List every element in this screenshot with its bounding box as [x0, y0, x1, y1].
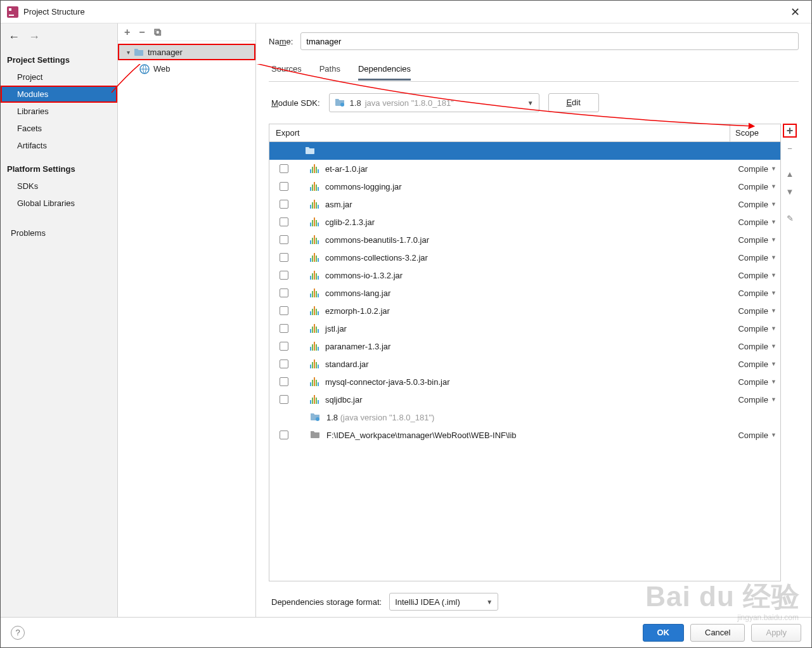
dependency-row[interactable]: ezmorph-1.0.2.jarCompile ▼ [269, 302, 780, 320]
scope-dropdown[interactable]: Compile ▼ [727, 324, 777, 334]
dependency-row[interactable]: et-ar-1.0.jarCompile ▼ [269, 160, 780, 178]
dependency-row[interactable]: 1.8 (java version "1.8.0_181") [269, 408, 780, 426]
nav-item-problems[interactable]: Problems [1, 224, 117, 242]
export-checkbox[interactable] [280, 360, 288, 368]
nav-item-global-libraries[interactable]: Global Libraries [1, 195, 117, 212]
nav-item-modules[interactable]: Modules [1, 86, 117, 103]
row-label: mysql-connector-java-5.0.3-bin.jar [325, 377, 721, 387]
folder-icon [310, 430, 320, 441]
move-down-icon[interactable]: ▼ [783, 185, 797, 198]
nav-item-artifacts[interactable]: Artifacts [1, 137, 117, 154]
tree-expand-icon[interactable]: ▾ [127, 49, 130, 56]
scope-dropdown[interactable]: Compile ▼ [727, 164, 777, 174]
dependency-row[interactable]: commons-collections-3.2.jarCompile ▼ [269, 249, 780, 266]
dependency-row[interactable]: jstl.jarCompile ▼ [269, 320, 780, 337]
scope-dropdown[interactable]: Compile ▼ [727, 306, 777, 316]
move-up-icon[interactable]: ▲ [783, 167, 797, 181]
scope-dropdown[interactable]: Compile ▼ [727, 431, 777, 440]
dependency-row[interactable]: commons-beanutils-1.7.0.jarCompile ▼ [269, 231, 780, 249]
close-icon[interactable]: ✕ [785, 3, 805, 22]
nav-item-sdks[interactable]: SDKs [1, 178, 117, 195]
tree-node-web[interactable]: Web [118, 60, 255, 77]
export-checkbox[interactable] [280, 235, 288, 244]
titlebar: Project Structure ✕ [1, 1, 811, 23]
export-checkbox[interactable] [280, 377, 288, 386]
column-header-scope[interactable]: Scope [730, 124, 780, 141]
module-name-input[interactable] [300, 32, 799, 50]
export-checkbox[interactable] [280, 324, 288, 333]
remove-module-icon[interactable]: − [139, 27, 145, 38]
window-title: Project Structure [23, 7, 85, 16]
cancel-button[interactable]: Cancel [690, 624, 745, 642]
row-label: asm.jar [325, 200, 721, 209]
scope-dropdown[interactable]: Compile ▼ [727, 288, 777, 298]
column-header-export[interactable]: Export [269, 124, 730, 141]
row-label: commons-beanutils-1.7.0.jar [325, 235, 721, 245]
tree-node-tmanager[interactable]: ▾ tmanager [118, 44, 255, 60]
scope-dropdown[interactable]: Compile ▼ [727, 271, 777, 280]
add-dependency-icon[interactable]: + [783, 124, 797, 138]
sdk-icon [310, 412, 320, 423]
nav-item-facets[interactable]: Facets [1, 120, 117, 137]
tab-dependencies[interactable]: Dependencies [358, 64, 411, 81]
export-checkbox[interactable] [280, 342, 288, 351]
add-module-icon[interactable]: + [124, 27, 130, 38]
nav-back-icon[interactable]: ← [8, 31, 20, 42]
export-checkbox[interactable] [280, 217, 288, 226]
export-checkbox[interactable] [280, 182, 288, 191]
scope-dropdown[interactable]: Compile ▼ [727, 200, 777, 209]
sdk-combo-text: 1.8 java version "1.8.0_181" [350, 98, 522, 108]
export-checkbox[interactable] [280, 431, 288, 439]
ok-button[interactable]: OK [643, 624, 685, 642]
scope-dropdown[interactable]: Compile ▼ [727, 377, 777, 387]
export-checkbox[interactable] [280, 395, 288, 404]
export-checkbox[interactable] [280, 200, 288, 209]
dependency-row[interactable]: standard.jarCompile ▼ [269, 355, 780, 373]
jar-icon [310, 271, 319, 280]
scope-dropdown[interactable]: Compile ▼ [727, 253, 777, 262]
storage-format-combo[interactable]: IntelliJ IDEA (.iml) ▼ [389, 593, 498, 611]
nav-forward-icon[interactable]: → [29, 31, 40, 42]
tree-label: Web [153, 64, 171, 74]
dependency-row[interactable]: commons-logging.jarCompile ▼ [269, 178, 780, 195]
scope-dropdown[interactable]: Compile ▼ [727, 360, 777, 369]
export-checkbox[interactable] [280, 164, 288, 173]
dependency-row[interactable]: cglib-2.1.3.jarCompile ▼ [269, 213, 780, 231]
edit-sdk-button[interactable]: Edit [548, 93, 599, 112]
nav-item-project[interactable]: Project [1, 68, 117, 86]
export-checkbox[interactable] [280, 288, 288, 297]
folder-icon [305, 146, 315, 157]
scope-dropdown[interactable]: Compile ▼ [727, 217, 777, 227]
chevron-down-icon: ▼ [486, 599, 493, 606]
jar-icon [310, 360, 319, 368]
scope-dropdown[interactable]: Compile ▼ [727, 395, 777, 405]
dependency-row[interactable]: commons-io-1.3.2.jarCompile ▼ [269, 266, 780, 284]
nav-item-libraries[interactable]: Libraries [1, 103, 117, 120]
dependency-row-module-source[interactable] [269, 142, 780, 160]
export-checkbox[interactable] [280, 306, 288, 315]
scope-dropdown[interactable]: Compile ▼ [727, 182, 777, 191]
scope-dropdown[interactable]: Compile ▼ [727, 235, 777, 245]
dependency-row[interactable]: paranamer-1.3.jarCompile ▼ [269, 337, 780, 355]
edit-dependency-icon[interactable]: ✎ [783, 211, 797, 225]
copy-module-icon[interactable]: ⧉ [154, 27, 161, 38]
svg-point-4 [340, 103, 344, 107]
tab-sources[interactable]: Sources [271, 64, 302, 81]
row-label: commons-logging.jar [325, 182, 721, 191]
jar-icon [310, 217, 319, 226]
nav-heading-platform-settings: Platform Settings [1, 160, 117, 178]
scope-dropdown[interactable]: Compile ▼ [727, 342, 777, 351]
remove-dependency-icon[interactable]: − [783, 141, 797, 155]
tab-paths[interactable]: Paths [319, 64, 340, 81]
export-checkbox[interactable] [280, 271, 288, 280]
help-icon[interactable]: ? [11, 626, 25, 640]
apply-button[interactable]: Apply [751, 624, 801, 642]
module-sdk-combo[interactable]: 1.8 java version "1.8.0_181" ▼ [329, 93, 539, 112]
export-checkbox[interactable] [280, 253, 288, 262]
row-label: et-ar-1.0.jar [325, 164, 721, 174]
dependency-row[interactable]: commons-lang.jarCompile ▼ [269, 284, 780, 302]
dependency-row[interactable]: asm.jarCompile ▼ [269, 195, 780, 213]
dependency-row[interactable]: mysql-connector-java-5.0.3-bin.jarCompil… [269, 373, 780, 391]
dependency-row[interactable]: sqljdbc.jarCompile ▼ [269, 391, 780, 408]
dependency-row[interactable]: F:\IDEA_workpace\tmanager\WebRoot\WEB-IN… [269, 426, 780, 444]
